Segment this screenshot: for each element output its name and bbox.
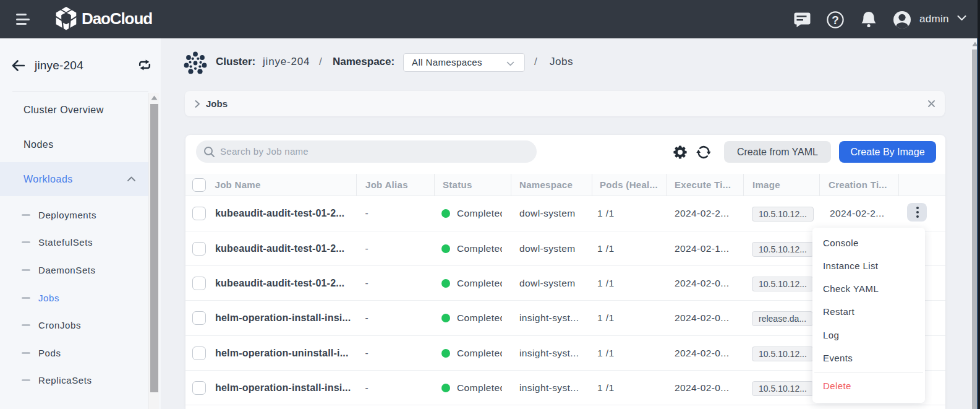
svg-text:?: ? [832, 14, 839, 27]
